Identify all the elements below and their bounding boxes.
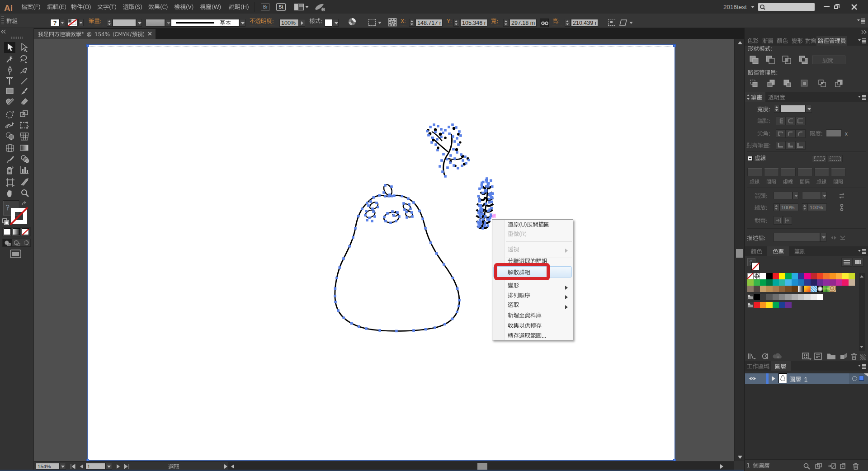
svg-text:x: x bbox=[845, 131, 848, 137]
svg-text:210.439 r: 210.439 r bbox=[573, 20, 597, 26]
svg-text:297.18 m: 297.18 m bbox=[511, 20, 535, 26]
svg-text:100%: 100% bbox=[810, 205, 823, 210]
svg-text:100%: 100% bbox=[781, 205, 794, 210]
svg-text:Y:: Y: bbox=[447, 18, 452, 24]
svg-text:X:: X: bbox=[401, 18, 406, 24]
svg-text:Ai: Ai bbox=[4, 3, 13, 13]
svg-text:2016test: 2016test bbox=[723, 4, 747, 10]
svg-text:148.717 r: 148.717 r bbox=[417, 20, 441, 26]
svg-text:154%: 154% bbox=[38, 464, 51, 469]
svg-text:100%: 100% bbox=[281, 20, 296, 26]
svg-text:105.346 r: 105.346 r bbox=[462, 20, 486, 26]
svg-text:1: 1 bbox=[87, 464, 90, 469]
